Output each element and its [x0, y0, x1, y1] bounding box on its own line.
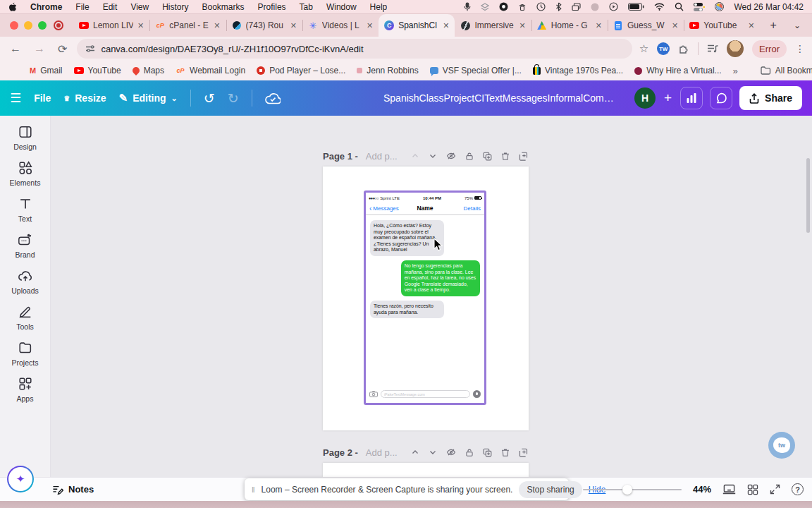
- bookmark-vsf-offer[interactable]: VSF Special Offer |...: [430, 66, 522, 75]
- minimize-window-button[interactable]: [24, 21, 32, 30]
- move-page-up-icon[interactable]: [410, 151, 420, 161]
- lock-page-icon[interactable]: [465, 447, 474, 458]
- delete-page-icon[interactable]: [500, 151, 510, 162]
- close-tab-icon[interactable]: ✕: [748, 21, 754, 30]
- notes-button[interactable]: Notes: [52, 484, 94, 495]
- menubar-item-view[interactable]: View: [130, 2, 149, 12]
- close-tab-icon[interactable]: ✕: [519, 21, 525, 30]
- tab-lemon[interactable]: Lemon LIV ✕: [73, 14, 149, 37]
- move-page-down-icon[interactable]: [428, 151, 438, 161]
- address-bar[interactable]: canva.com/design/DAE73Oy8_rU/-ZH1f10O97r…: [77, 39, 632, 59]
- close-window-button[interactable]: [10, 21, 18, 30]
- grid-view-icon[interactable]: [747, 484, 758, 495]
- bluetooth-icon[interactable]: [555, 2, 562, 11]
- bookmark-why-hire[interactable]: Why Hire a Virtual...: [634, 66, 721, 75]
- phone-mockup-element[interactable]: ●●●○○ Sprint LTE 10:44 PM 75% ‹Messages …: [364, 190, 486, 405]
- hamburger-menu-icon[interactable]: ☰: [10, 90, 21, 106]
- sidebar-item-text[interactable]: Text: [0, 196, 50, 223]
- menubar-item-chrome[interactable]: Chrome: [30, 2, 62, 12]
- zoom-window-button[interactable]: [38, 21, 47, 30]
- error-badge[interactable]: Error: [752, 40, 787, 58]
- control-center-icon[interactable]: [694, 3, 705, 11]
- add-page-icon[interactable]: [518, 151, 529, 162]
- tab-search-chevron-icon[interactable]: ⌄: [787, 20, 808, 30]
- fullscreen-icon[interactable]: [770, 484, 780, 495]
- stop-sharing-button[interactable]: Stop sharing: [519, 481, 582, 498]
- url-text[interactable]: canva.com/design/DAE73Oy8_rU/-ZH1f10O97r…: [101, 44, 363, 54]
- close-tab-icon[interactable]: ✕: [367, 21, 373, 30]
- page1-title-placeholder[interactable]: Add p...: [366, 151, 398, 162]
- sidebar-item-projects[interactable]: Projects: [0, 340, 50, 367]
- duplicate-page-icon[interactable]: [482, 151, 493, 162]
- canvas-area[interactable]: Page 1 - Add p... ●●●○○ Sprint LTE 10:44…: [51, 116, 812, 477]
- tab-roundcube[interactable]: (743) Rou ✕: [226, 14, 302, 37]
- all-bookmarks-button[interactable]: All Bookmarks: [761, 66, 812, 75]
- redo-button[interactable]: ↻: [228, 90, 239, 107]
- close-tab-icon[interactable]: ✕: [672, 21, 678, 30]
- bookmark-jenn-robbins[interactable]: Jenn Robbins: [357, 66, 418, 75]
- hide-page-icon[interactable]: [445, 447, 457, 457]
- sidebar-item-design[interactable]: Design: [0, 124, 50, 151]
- zoom-level[interactable]: 44%: [693, 484, 711, 495]
- magic-assistant-button[interactable]: ✦: [7, 466, 34, 492]
- menubar-item-window[interactable]: Window: [326, 2, 357, 12]
- hide-page-icon[interactable]: [445, 151, 457, 161]
- close-tab-icon[interactable]: ✕: [137, 21, 144, 30]
- site-settings-icon[interactable]: [85, 44, 95, 54]
- editing-mode-dropdown[interactable]: ✎Editing⌄: [119, 92, 178, 104]
- bookmark-star-icon[interactable]: ☆: [639, 42, 648, 55]
- bookmarks-overflow-icon[interactable]: »: [733, 66, 738, 76]
- sidebar-item-tools[interactable]: Tools: [0, 304, 50, 331]
- mirror-display-icon[interactable]: [572, 3, 581, 11]
- forward-button[interactable]: →: [31, 42, 48, 55]
- close-tab-icon[interactable]: ✕: [596, 21, 602, 30]
- bookmark-webmail[interactable]: Webmail Login: [176, 66, 245, 75]
- design-title[interactable]: SpanishClassProjectCITextMessagesInforma…: [383, 92, 616, 104]
- microphone-icon[interactable]: [464, 2, 471, 11]
- sidebar-item-uploads[interactable]: Uploads: [0, 268, 50, 295]
- wifi-icon[interactable]: [654, 3, 665, 11]
- present-view-icon[interactable]: [722, 484, 736, 495]
- lock-page-icon[interactable]: [465, 151, 474, 162]
- account-avatar[interactable]: H: [634, 87, 656, 109]
- bookmark-maps[interactable]: Maps: [133, 66, 164, 75]
- tab-videos-loom[interactable]: Videos | L ✕: [302, 14, 379, 37]
- new-tab-button[interactable]: +: [766, 19, 781, 32]
- play-status-icon[interactable]: [609, 2, 618, 11]
- menubar-item-help[interactable]: Help: [370, 2, 388, 12]
- tab-immersive[interactable]: Immersive ✕: [455, 14, 531, 37]
- undo-button[interactable]: ↺: [204, 90, 215, 107]
- close-tab-icon[interactable]: ✕: [290, 21, 297, 30]
- apple-menu-icon[interactable]: [8, 2, 17, 12]
- canvas-scrollbar[interactable]: [806, 158, 810, 233]
- comments-button[interactable]: [710, 87, 732, 109]
- bookmark-vintage[interactable]: Vintage 1970s Pea...: [533, 66, 623, 75]
- drag-handle-icon[interactable]: ‖: [252, 485, 255, 494]
- reload-button[interactable]: ⟳: [55, 42, 70, 56]
- extensions-puzzle-icon[interactable]: [678, 43, 689, 54]
- bookmark-youtube[interactable]: YouTube: [74, 66, 121, 75]
- zoom-slider-handle[interactable]: [622, 485, 632, 495]
- page2-title-placeholder[interactable]: Add p...: [366, 447, 398, 458]
- sidebar-item-apps[interactable]: Apps: [0, 376, 50, 403]
- menubar-datetime[interactable]: Wed 26 Mar 04:42: [734, 2, 804, 12]
- hotspot-lock-icon[interactable]: [518, 2, 527, 11]
- tab-canva-active[interactable]: SpanishCl ✕: [379, 14, 455, 37]
- resize-button[interactable]: ♛Resize: [63, 92, 106, 104]
- insights-button[interactable]: [680, 87, 703, 109]
- move-page-down-icon[interactable]: [428, 447, 438, 457]
- add-page-icon[interactable]: [518, 447, 529, 458]
- duplicate-page-icon[interactable]: [482, 447, 493, 458]
- layers-icon[interactable]: [481, 3, 489, 11]
- sidebar-item-elements[interactable]: Elements: [0, 160, 50, 187]
- bookmark-pod-player[interactable]: Pod Player – Lose...: [257, 66, 345, 75]
- spotlight-search-icon[interactable]: [675, 2, 684, 11]
- menubar-item-profiles[interactable]: Profiles: [258, 2, 286, 12]
- menubar-item-file[interactable]: File: [75, 2, 89, 12]
- menubar-item-history[interactable]: History: [162, 2, 188, 12]
- user-profile-icon[interactable]: [715, 2, 724, 11]
- page1-canvas[interactable]: ●●●○○ Sprint LTE 10:44 PM 75% ‹Messages …: [323, 167, 529, 430]
- reading-list-icon[interactable]: [707, 44, 718, 54]
- close-tab-icon[interactable]: ✕: [443, 21, 449, 30]
- move-page-up-icon[interactable]: [410, 447, 420, 457]
